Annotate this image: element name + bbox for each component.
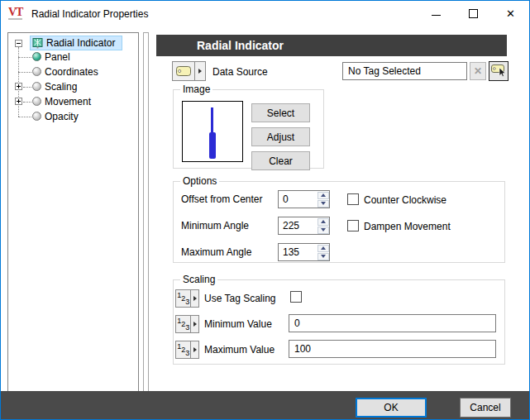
clear-x-icon: ✕ bbox=[474, 65, 482, 77]
select-tag-button[interactable] bbox=[489, 61, 509, 81]
tree-connector-line bbox=[18, 72, 31, 74]
tree-connector-line bbox=[18, 57, 31, 59]
radial-indicator-properties-dialog: VT Radial Indicator Properties ✕ Radial … bbox=[0, 0, 530, 420]
offset-spinner[interactable] bbox=[278, 190, 330, 208]
tree-expander-scaling[interactable] bbox=[15, 83, 22, 90]
min-angle-spin-down-button[interactable] bbox=[318, 227, 329, 234]
dropdown-arrow-icon bbox=[190, 290, 198, 307]
movement-status-icon bbox=[32, 97, 41, 106]
minimize-icon bbox=[432, 15, 441, 16]
adjust-image-button[interactable]: Adjust bbox=[251, 127, 310, 146]
panel-splitter[interactable] bbox=[143, 32, 149, 392]
scaling-group-title: Scaling bbox=[180, 274, 217, 285]
data-source-label: Data Source bbox=[212, 66, 268, 78]
needle-image bbox=[209, 132, 216, 159]
numeric-123-icon: 123 bbox=[176, 316, 190, 332]
scaling-status-icon bbox=[32, 82, 41, 91]
tree-item-scaling[interactable]: Scaling bbox=[45, 80, 77, 93]
maximum-value-input[interactable] bbox=[289, 340, 496, 358]
dropdown-arrow-icon bbox=[190, 316, 198, 332]
maximize-icon bbox=[469, 9, 478, 18]
scaling-group: Scaling 123 Use Tag Scaling 123 Minimum … bbox=[173, 279, 505, 365]
tag-icon bbox=[173, 62, 194, 80]
offset-input[interactable] bbox=[279, 191, 318, 208]
spin-down-icon bbox=[321, 255, 326, 258]
clear-tag-button[interactable]: ✕ bbox=[470, 62, 486, 80]
counter-clockwise-checkbox[interactable] bbox=[347, 193, 359, 205]
spin-up-icon bbox=[321, 193, 326, 197]
maximum-angle-label: Maximum Angle bbox=[181, 243, 251, 261]
tree-connector-line bbox=[23, 102, 31, 103]
app-logo-icon: VT bbox=[8, 7, 22, 20]
cancel-button[interactable]: Cancel bbox=[460, 398, 511, 418]
tree-item-panel[interactable]: Panel bbox=[45, 50, 70, 64]
min-angle-spin-up-button[interactable] bbox=[318, 218, 329, 226]
tree-item-radial-indicator[interactable]: Radial Indicator bbox=[30, 36, 122, 50]
use-tag-scaling-checkbox[interactable] bbox=[290, 291, 302, 303]
max-angle-spin-down-button[interactable] bbox=[318, 253, 329, 260]
minimum-value-input[interactable] bbox=[289, 314, 496, 332]
options-group-title: Options bbox=[180, 175, 219, 187]
maximum-value-numeric-button[interactable]: 123 bbox=[175, 341, 199, 359]
coordinates-status-icon bbox=[32, 67, 41, 76]
max-angle-spin-up-button[interactable] bbox=[318, 245, 329, 252]
page-title: Radial Indicator bbox=[156, 35, 507, 56]
window-title: Radial Indicator Properties bbox=[31, 8, 148, 20]
spin-up-icon bbox=[321, 246, 326, 250]
maximum-angle-spinner[interactable] bbox=[278, 243, 330, 261]
ok-button[interactable]: OK bbox=[356, 398, 427, 418]
tag-cursor-icon bbox=[491, 64, 506, 79]
offset-from-center-label: Offset from Center bbox=[181, 190, 262, 208]
minimum-angle-spinner[interactable] bbox=[278, 217, 330, 235]
use-tag-scaling-numeric-button[interactable]: 123 bbox=[175, 289, 199, 308]
tree-connector-line bbox=[18, 117, 31, 118]
panel-status-icon bbox=[32, 52, 41, 61]
spin-up-icon bbox=[321, 220, 326, 223]
image-preview bbox=[182, 101, 243, 162]
minimize-button[interactable] bbox=[418, 1, 455, 26]
minimum-angle-input[interactable] bbox=[279, 217, 318, 234]
needle-image bbox=[211, 107, 213, 133]
maximize-button[interactable] bbox=[455, 1, 492, 26]
footer-bar: OK Cancel bbox=[1, 391, 529, 419]
close-icon: ✕ bbox=[506, 8, 515, 19]
spin-down-icon bbox=[321, 202, 326, 205]
tree-expander-radial-indicator[interactable] bbox=[15, 40, 22, 47]
tree-item-coordinates[interactable]: Coordinates bbox=[45, 65, 98, 79]
tree-expander-movement[interactable] bbox=[15, 98, 22, 105]
numeric-123-icon: 123 bbox=[176, 290, 190, 307]
data-source-tag-button[interactable] bbox=[172, 61, 206, 81]
select-image-button[interactable]: Select bbox=[251, 103, 310, 122]
minimum-value-label: Minimum Value bbox=[204, 317, 272, 332]
options-group: Options Offset from Center Counter Clock… bbox=[173, 181, 505, 263]
data-source-input[interactable] bbox=[342, 62, 467, 80]
maximum-value-label: Maximum Value bbox=[204, 342, 275, 357]
offset-spin-down-button[interactable] bbox=[318, 200, 329, 208]
title-bar[interactable]: VT Radial Indicator Properties ✕ bbox=[1, 1, 529, 26]
counter-clockwise-label: Counter Clockwise bbox=[364, 194, 446, 206]
image-group: Image Select Adjust Clear bbox=[173, 89, 324, 169]
tree-item-label: Radial Indicator bbox=[46, 37, 115, 49]
dampen-movement-label: Dampen Movement bbox=[364, 221, 451, 232]
minimum-value-numeric-button[interactable]: 123 bbox=[175, 315, 199, 333]
spin-down-icon bbox=[321, 228, 326, 231]
minimum-angle-label: Minimum Angle bbox=[181, 217, 249, 235]
numeric-123-icon: 123 bbox=[176, 341, 190, 358]
maximum-angle-input[interactable] bbox=[279, 244, 318, 260]
image-group-title: Image bbox=[180, 84, 212, 95]
tree-item-opacity[interactable]: Opacity bbox=[45, 110, 79, 123]
dropdown-arrow-icon bbox=[194, 62, 205, 80]
property-tree: Radial Indicator Panel Coordinates Scali… bbox=[7, 32, 139, 392]
close-button[interactable]: ✕ bbox=[492, 1, 529, 26]
radial-indicator-icon bbox=[32, 38, 43, 49]
dropdown-arrow-icon bbox=[190, 341, 198, 358]
clear-image-button[interactable]: Clear bbox=[251, 151, 310, 170]
offset-spin-up-button[interactable] bbox=[318, 192, 329, 199]
opacity-status-icon bbox=[32, 112, 41, 121]
dampen-movement-checkbox[interactable] bbox=[347, 220, 359, 231]
tree-connector-line bbox=[23, 87, 31, 88]
tree-item-movement[interactable]: Movement bbox=[45, 95, 91, 108]
use-tag-scaling-label: Use Tag Scaling bbox=[204, 291, 276, 306]
